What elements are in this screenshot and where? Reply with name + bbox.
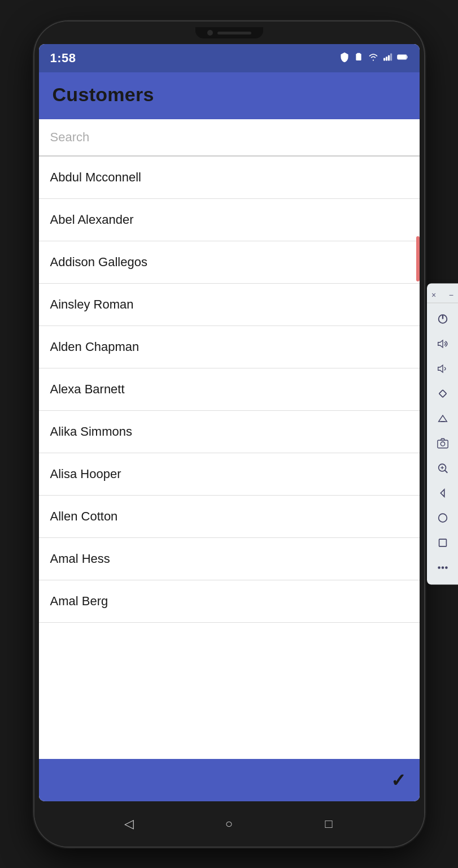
svg-rect-5 — [390, 54, 392, 61]
speaker-bar — [217, 32, 251, 34]
list-item[interactable]: Abel Alexander — [39, 199, 420, 241]
bottom-action-bar: ✓ — [39, 759, 420, 801]
status-bar: 1:58 — [39, 44, 420, 72]
phone-bottom-bar: ◁ ○ □ — [34, 801, 424, 847]
list-item[interactable]: Ainsley Roman — [39, 284, 420, 326]
eraser-button[interactable] — [431, 407, 454, 430]
list-item[interactable]: Abdul Mcconnell — [39, 157, 420, 199]
phone-screen: 1:58 — [39, 44, 420, 801]
svg-rect-4 — [388, 55, 390, 61]
back-button[interactable]: ◁ — [118, 813, 141, 835]
recents-button[interactable]: □ — [317, 813, 340, 835]
customer-list: Abdul McconnellAbel AlexanderAddison Gal… — [39, 157, 420, 759]
close-icon[interactable]: × — [431, 290, 436, 300]
svg-marker-11 — [438, 365, 442, 372]
camera-button[interactable] — [431, 432, 454, 455]
signal-icon — [383, 53, 392, 63]
svg-marker-10 — [438, 340, 442, 348]
list-item[interactable]: Alexa Barnett — [39, 368, 420, 411]
side-toolbar: × − — [427, 284, 458, 585]
svg-point-15 — [440, 442, 444, 446]
battery-icon — [397, 53, 408, 63]
rotate-button[interactable] — [431, 383, 454, 405]
wifi-icon — [368, 53, 379, 63]
scroll-track[interactable] — [416, 236, 420, 281]
list-item[interactable]: Amal Berg — [39, 580, 420, 623]
svg-rect-7 — [398, 55, 405, 59]
svg-rect-22 — [439, 539, 446, 546]
list-item[interactable]: Alden Chapman — [39, 326, 420, 368]
zoom-button[interactable] — [431, 457, 454, 480]
svg-rect-2 — [383, 58, 385, 61]
phone-frame: 1:58 — [34, 21, 424, 847]
svg-point-21 — [438, 514, 447, 522]
list-item[interactable]: Allen Cotton — [39, 496, 420, 538]
svg-point-23 — [438, 567, 440, 568]
status-icons — [339, 52, 408, 64]
list-item[interactable]: Amal Hess — [39, 538, 420, 580]
svg-rect-3 — [386, 57, 387, 60]
recents-nav-button[interactable] — [431, 532, 454, 554]
status-time: 1:58 — [50, 51, 76, 66]
svg-marker-20 — [440, 489, 444, 497]
power-button[interactable] — [431, 308, 454, 331]
svg-rect-1 — [357, 53, 360, 55]
shield-icon — [339, 52, 350, 64]
minimize-icon[interactable]: − — [449, 290, 453, 300]
svg-point-24 — [442, 567, 443, 568]
checkmark-icon[interactable]: ✓ — [391, 770, 406, 791]
back-nav-button[interactable] — [431, 482, 454, 505]
list-item[interactable]: Alisa Hooper — [39, 453, 420, 496]
list-item[interactable]: Alika Simmons — [39, 411, 420, 453]
phone-top-bar — [34, 21, 424, 44]
toolbar-close-row: × − — [427, 289, 458, 303]
page-title: Customers — [53, 84, 406, 106]
search-input[interactable] — [39, 119, 420, 156]
list-item[interactable]: Addison Gallegos — [39, 241, 420, 284]
svg-rect-12 — [439, 390, 446, 397]
home-nav-button[interactable] — [431, 507, 454, 530]
clipboard-icon — [354, 52, 363, 64]
more-options-button[interactable] — [431, 557, 454, 579]
svg-rect-0 — [356, 54, 361, 60]
camera-bump — [195, 27, 263, 38]
svg-point-25 — [446, 567, 447, 568]
scene: 1:58 — [0, 0, 458, 868]
volume-up-button[interactable] — [431, 333, 454, 355]
app-header: Customers — [39, 72, 420, 119]
home-button[interactable]: ○ — [217, 813, 240, 835]
svg-line-17 — [444, 470, 447, 473]
volume-down-button[interactable] — [431, 358, 454, 380]
camera-dot — [207, 30, 213, 36]
search-container[interactable] — [39, 119, 420, 157]
